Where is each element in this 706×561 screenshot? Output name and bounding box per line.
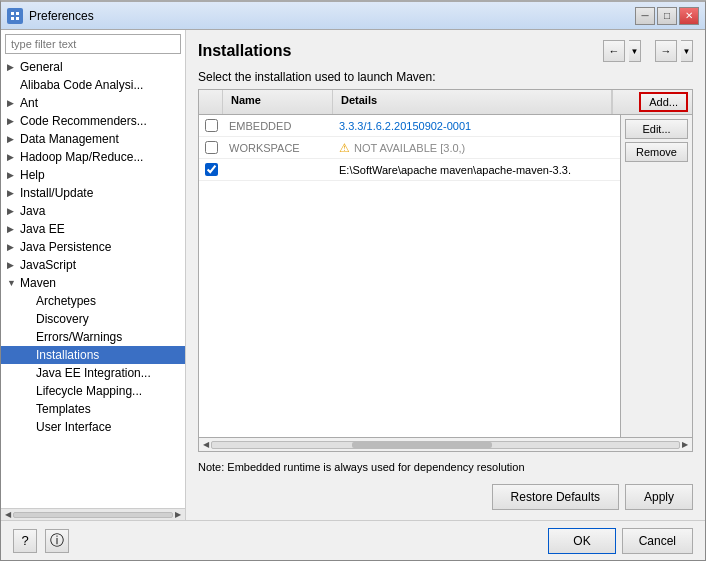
svg-rect-0 [9, 10, 21, 22]
expand-arrow: ▶ [7, 98, 17, 108]
sidebar-item-label: General [20, 60, 63, 74]
cell-details-custom: E:\SoftWare\apache maven\apache-maven-3.… [333, 161, 620, 179]
table-header: Name Details Add... [199, 90, 692, 115]
back-button[interactable]: ← [603, 40, 625, 62]
svg-rect-1 [11, 12, 14, 15]
cell-details-embedded: 3.3.3/1.6.2.20150902-0001 [333, 117, 620, 135]
filter-input[interactable] [5, 34, 181, 54]
help-button[interactable]: ? [13, 529, 37, 553]
expand-arrow: ▶ [7, 224, 17, 234]
table-row[interactable]: EMBEDDED 3.3.3/1.6.2.20150902-0001 [199, 115, 620, 137]
sidebar: ▶ General Alibaba Code Analysi... ▶ Ant … [1, 30, 186, 520]
table-body-area: EMBEDDED 3.3.3/1.6.2.20150902-0001 WORKS… [199, 115, 692, 437]
scroll-right-arrow[interactable]: ▶ [173, 510, 183, 519]
sidebar-item-java-ee[interactable]: ▶ Java EE [1, 220, 185, 238]
sidebar-item-ant[interactable]: ▶ Ant [1, 94, 185, 112]
title-bar: Preferences ─ □ ✕ [1, 2, 705, 30]
sidebar-item-errors-warnings[interactable]: Errors/Warnings [1, 328, 185, 346]
svg-rect-3 [11, 17, 14, 20]
scroll-track[interactable] [13, 512, 173, 518]
sidebar-item-lifecycle-mapping[interactable]: Lifecycle Mapping... [1, 382, 185, 400]
sidebar-horizontal-scrollbar[interactable]: ◀ ▶ [1, 508, 185, 520]
sidebar-item-general[interactable]: ▶ General [1, 58, 185, 76]
table-rows: EMBEDDED 3.3.3/1.6.2.20150902-0001 WORKS… [199, 115, 620, 437]
sidebar-item-label: Installations [36, 348, 99, 362]
sidebar-item-label: Java EE [20, 222, 65, 236]
close-button[interactable]: ✕ [679, 7, 699, 25]
scroll-left-arrow[interactable]: ◀ [201, 440, 211, 449]
sidebar-item-hadoop[interactable]: ▶ Hadoop Map/Reduce... [1, 148, 185, 166]
add-button[interactable]: Add... [639, 92, 688, 112]
sidebar-item-label: Data Management [20, 132, 119, 146]
checkbox-custom[interactable] [205, 163, 218, 176]
scroll-left-arrow[interactable]: ◀ [3, 510, 13, 519]
sidebar-item-user-interface[interactable]: User Interface [1, 418, 185, 436]
maximize-button[interactable]: □ [657, 7, 677, 25]
col-name-header: Name [223, 90, 333, 114]
expand-arrow: ▶ [7, 260, 17, 270]
expand-arrow: ▶ [7, 152, 17, 162]
sidebar-item-java-ee-integration[interactable]: Java EE Integration... [1, 364, 185, 382]
apply-button[interactable]: Apply [625, 484, 693, 510]
sidebar-item-javascript[interactable]: ▶ JavaScript [1, 256, 185, 274]
main-panel: Installations ← ▼ → ▼ Select the install… [186, 30, 705, 520]
panel-title: Installations [198, 42, 291, 60]
panel-toolbar: ← ▼ → ▼ [603, 40, 693, 62]
forward-dropdown[interactable]: ▼ [681, 40, 693, 62]
sidebar-item-discovery[interactable]: Discovery [1, 310, 185, 328]
scroll-right-arrow[interactable]: ▶ [680, 440, 690, 449]
minimize-button[interactable]: ─ [635, 7, 655, 25]
bottom-buttons: Restore Defaults Apply [198, 478, 693, 510]
row-checkbox-2[interactable] [199, 141, 223, 154]
expand-arrow: ▼ [7, 278, 17, 288]
sidebar-item-templates[interactable]: Templates [1, 400, 185, 418]
checkbox-embedded[interactable] [205, 119, 218, 132]
sidebar-item-alibaba[interactable]: Alibaba Code Analysi... [1, 76, 185, 94]
edit-button[interactable]: Edit... [625, 119, 688, 139]
table-row[interactable]: E:\SoftWare\apache maven\apache-maven-3.… [199, 159, 620, 181]
col-check-header [199, 90, 223, 114]
sidebar-item-help[interactable]: ▶ Help [1, 166, 185, 184]
sidebar-item-label: Code Recommenders... [20, 114, 147, 128]
table-horizontal-scrollbar[interactable]: ◀ ▶ [199, 437, 692, 451]
sidebar-item-data-management[interactable]: ▶ Data Management [1, 130, 185, 148]
tree-area: ▶ General Alibaba Code Analysi... ▶ Ant … [1, 58, 185, 508]
back-dropdown[interactable]: ▼ [629, 40, 641, 62]
note-text: Note: Embedded runtime is always used fo… [198, 456, 693, 478]
sidebar-item-maven[interactable]: ▼ Maven [1, 274, 185, 292]
expand-arrow: ▶ [7, 242, 17, 252]
sidebar-item-java-persistence[interactable]: ▶ Java Persistence [1, 238, 185, 256]
sidebar-item-label: Templates [36, 402, 91, 416]
sidebar-item-label: Java [20, 204, 45, 218]
title-bar-left: Preferences [7, 8, 94, 24]
sidebar-item-label: Discovery [36, 312, 89, 326]
svg-rect-4 [16, 17, 19, 20]
info-button[interactable]: ⓘ [45, 529, 69, 553]
forward-button[interactable]: → [655, 40, 677, 62]
scrollbar-track[interactable] [211, 441, 680, 449]
preferences-window: Preferences ─ □ ✕ ▶ General Alibaba Code… [0, 0, 706, 561]
row-checkbox-1[interactable] [199, 119, 223, 132]
sidebar-item-install-update[interactable]: ▶ Install/Update [1, 184, 185, 202]
footer-right-buttons: OK Cancel [548, 528, 693, 554]
sidebar-item-archetypes[interactable]: Archetypes [1, 292, 185, 310]
sidebar-item-installations[interactable]: Installations [1, 346, 185, 364]
content-area: ▶ General Alibaba Code Analysi... ▶ Ant … [1, 30, 705, 520]
expand-arrow: ▶ [7, 170, 17, 180]
sidebar-item-code-recommenders[interactable]: ▶ Code Recommenders... [1, 112, 185, 130]
sidebar-item-label: Install/Update [20, 186, 93, 200]
sidebar-item-java[interactable]: ▶ Java [1, 202, 185, 220]
scrollbar-thumb[interactable] [352, 442, 492, 448]
restore-defaults-button[interactable]: Restore Defaults [492, 484, 619, 510]
svg-rect-2 [16, 12, 19, 15]
cancel-button[interactable]: Cancel [622, 528, 693, 554]
remove-button[interactable]: Remove [625, 142, 688, 162]
warning-icon: ⚠ [339, 141, 350, 155]
checkbox-workspace[interactable] [205, 141, 218, 154]
sidebar-item-label: Java EE Integration... [36, 366, 151, 380]
footer: ? ⓘ OK Cancel [1, 520, 705, 560]
select-label: Select the installation used to launch M… [198, 70, 693, 84]
row-checkbox-3[interactable] [199, 163, 223, 176]
ok-button[interactable]: OK [548, 528, 615, 554]
table-row[interactable]: WORKSPACE ⚠NOT AVAILABLE [3.0,) [199, 137, 620, 159]
